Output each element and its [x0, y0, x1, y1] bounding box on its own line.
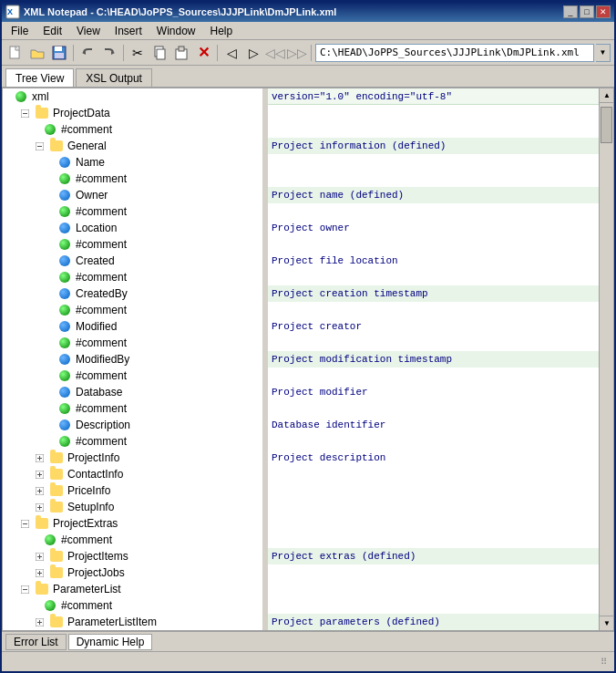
expand-btn[interactable]	[17, 516, 32, 531]
tree-item-comment-1[interactable]: #comment	[3, 121, 262, 138]
tab-tree-view[interactable]: Tree View	[5, 68, 74, 87]
undo-button[interactable]	[77, 43, 98, 63]
tab-xsl-output[interactable]: XSL Output	[76, 68, 152, 87]
scroll-up-button[interactable]: ▲	[600, 88, 613, 103]
tree-item-createdby[interactable]: CreatedBy	[3, 285, 262, 302]
tree-item-projectextras[interactable]: ProjectExtras	[3, 515, 262, 532]
tree-item-general[interactable]: General	[3, 138, 262, 154]
expand-btn[interactable]	[32, 565, 46, 580]
tree-item-comment-2[interactable]: #comment	[3, 171, 262, 187]
expand-btn[interactable]	[32, 533, 40, 547]
tree-item-setupinfo[interactable]: SetupInfo	[3, 499, 262, 515]
new-button[interactable]	[5, 43, 26, 63]
paste-button[interactable]	[171, 43, 191, 63]
address-dropdown[interactable]: ▼	[596, 44, 611, 62]
menu-insert[interactable]: Insert	[108, 23, 149, 39]
tree-item-comment-10[interactable]: #comment	[3, 433, 262, 450]
cut-button[interactable]: ✂	[128, 43, 148, 63]
nudge-left-button[interactable]: ◁	[221, 43, 241, 63]
tree-item-location[interactable]: Location	[3, 220, 262, 236]
tree-item-comment-5[interactable]: #comment	[3, 269, 262, 285]
expand-btn[interactable]	[32, 467, 46, 481]
expand-btn[interactable]	[46, 368, 55, 383]
resize-grip[interactable]: ⠿	[596, 655, 611, 669]
redo-button[interactable]	[99, 43, 119, 63]
tree-item-comment-4[interactable]: #comment	[3, 236, 262, 253]
scroll-down-button[interactable]: ▼	[600, 616, 613, 630]
tree-item-comment-9[interactable]: #comment	[3, 400, 262, 417]
menu-help[interactable]: Help	[203, 23, 241, 39]
nudge-down-button[interactable]: ▷▷	[287, 43, 307, 63]
scroll-track[interactable]	[600, 103, 613, 616]
save-button[interactable]	[49, 43, 69, 63]
minimize-button[interactable]: _	[563, 5, 578, 18]
maximize-button[interactable]: □	[580, 5, 594, 18]
expand-btn[interactable]	[32, 139, 46, 153]
expand-btn[interactable]	[46, 204, 55, 219]
expand-btn[interactable]	[32, 450, 46, 465]
tree-item-comment-6[interactable]: #comment	[3, 302, 262, 318]
open-button[interactable]	[27, 43, 47, 63]
menu-window[interactable]: Window	[149, 23, 203, 39]
expand-btn[interactable]	[32, 549, 46, 564]
scroll-thumb[interactable]	[601, 107, 612, 143]
expand-btn[interactable]	[46, 336, 55, 350]
tab-dynamic-help[interactable]: Dynamic Help	[68, 634, 153, 650]
tree-item-project-data[interactable]: ProjectData	[3, 105, 262, 121]
tab-error-list[interactable]: Error List	[5, 634, 67, 650]
tree-item-contactinfo[interactable]: ContactInfo	[3, 466, 262, 482]
tree-item-projectinfo[interactable]: ProjectInfo	[3, 450, 262, 466]
expand-btn[interactable]	[32, 500, 46, 514]
expand-btn[interactable]	[46, 286, 55, 301]
expand-btn[interactable]	[46, 385, 55, 399]
nudge-up-button[interactable]: ▷	[243, 43, 263, 63]
tree-item-parameterlistitem[interactable]: ParameterListItem	[3, 614, 262, 630]
tree-item-projectjobs[interactable]: ProjectJobs	[3, 564, 262, 581]
tree-item-xml[interactable]: xml	[3, 88, 262, 105]
expand-btn[interactable]	[46, 188, 55, 202]
tree-item-modifiedby[interactable]: ModifiedBy	[3, 351, 262, 368]
expand-btn[interactable]	[46, 319, 55, 334]
tree-item-name[interactable]: Name	[3, 154, 262, 171]
expand-btn[interactable]	[46, 155, 55, 170]
expand-btn[interactable]	[46, 303, 55, 317]
expand-btn[interactable]	[32, 615, 46, 629]
tree-item-owner[interactable]: Owner	[3, 187, 262, 203]
tree-item-description[interactable]: Description	[3, 417, 262, 433]
expand-btn[interactable]	[46, 418, 55, 432]
menu-file[interactable]: File	[4, 23, 36, 39]
expand-btn[interactable]	[46, 352, 55, 367]
expand-btn[interactable]	[46, 401, 55, 416]
expand-btn[interactable]	[46, 221, 55, 235]
expand-btn[interactable]	[46, 171, 55, 186]
close-button[interactable]: ✕	[596, 5, 611, 18]
value-panel[interactable]: version="1.0" encoding="utf-8"Project in…	[268, 88, 599, 630]
delete-button[interactable]: ✕	[193, 43, 213, 63]
tree-item-comment-12[interactable]: #comment	[3, 597, 262, 614]
tree-panel[interactable]: xmlProjectData#commentGeneralName#commen…	[3, 88, 265, 630]
expand-btn[interactable]	[32, 122, 40, 137]
expand-btn[interactable]	[32, 598, 40, 613]
tree-item-comment-11[interactable]: #comment	[3, 532, 262, 548]
tree-item-comment-8[interactable]: #comment	[3, 368, 262, 384]
expand-btn[interactable]	[17, 106, 32, 120]
expand-btn[interactable]	[46, 270, 55, 285]
expand-btn[interactable]	[46, 434, 55, 449]
tree-item-projectitems[interactable]: ProjectItems	[3, 548, 262, 564]
expand-btn[interactable]	[46, 237, 55, 252]
copy-button[interactable]	[149, 43, 169, 63]
nudge-right-button[interactable]: ◁◁	[265, 43, 285, 63]
tree-item-created[interactable]: Created	[3, 253, 262, 269]
tree-item-comment-3[interactable]: #comment	[3, 203, 262, 220]
expand-btn[interactable]	[32, 483, 46, 498]
expand-btn[interactable]	[17, 582, 32, 596]
menu-edit[interactable]: Edit	[36, 23, 69, 39]
tree-item-database[interactable]: Database	[3, 384, 262, 400]
tree-item-parameterlist[interactable]: ParameterList	[3, 581, 262, 597]
tree-item-priceinfo[interactable]: PriceInfo	[3, 482, 262, 499]
tree-item-comment-7[interactable]: #comment	[3, 335, 262, 351]
tree-item-modified[interactable]: Modified	[3, 318, 262, 335]
menu-view[interactable]: View	[69, 23, 108, 39]
expand-btn[interactable]	[46, 254, 55, 268]
expand-btn[interactable]	[3, 89, 11, 104]
